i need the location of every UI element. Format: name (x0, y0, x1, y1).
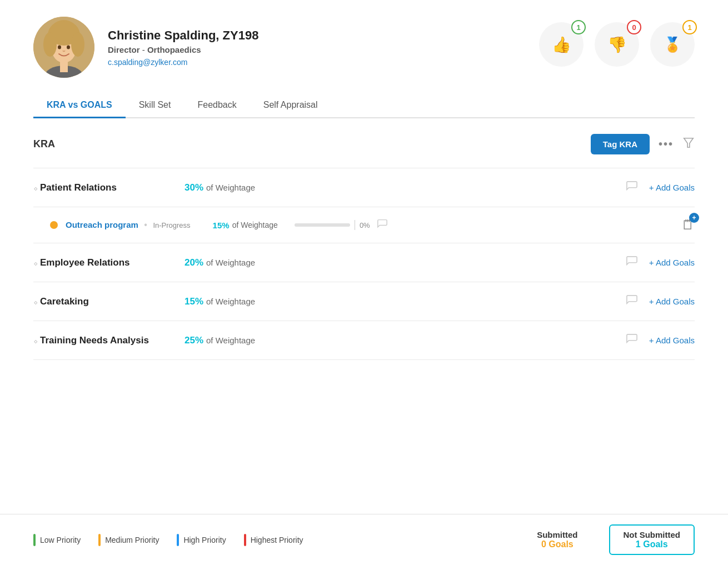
kra-row-employee-relations: ⬦ Employee Relations 20% of Weightage + … (33, 243, 695, 282)
goal-name-wrapper: Outreach program • In-Progress (66, 220, 191, 230)
thumb-down-circle: 👎 0 (595, 22, 639, 67)
user-email[interactable]: c.spalding@zylker.com (108, 58, 258, 67)
kra-list: ⬦ Patient Relations 30% of Weightage + A… (33, 168, 695, 360)
weightage-pct-training-needs: 25% (185, 335, 203, 346)
comment-icon-employee-relations[interactable] (626, 256, 638, 269)
legend-label-low: Low Priority (40, 536, 81, 544)
positive-count: 1 (571, 20, 586, 34)
tab-kra-vs-goals[interactable]: KRA vs GOALS (33, 93, 126, 118)
kra-name-employee-relations: Employee Relations (40, 257, 162, 268)
legend-bar-medium (98, 534, 101, 546)
expand-icon-employee-relations[interactable]: ⬦ (33, 258, 38, 267)
add-goals-button-training-needs[interactable]: + Add Goals (649, 336, 695, 345)
comment-icon-training-needs[interactable] (626, 333, 638, 347)
user-info-section: Christine Spalding, ZY198 Director - Ort… (33, 17, 258, 78)
avatar (33, 17, 94, 78)
svg-point-6 (58, 46, 61, 49)
kra-weightage-employee-relations: 20% of Weightage (185, 257, 307, 268)
goal-status-outreach: In-Progress (153, 221, 190, 229)
add-goals-button-employee-relations[interactable]: + Add Goals (649, 258, 695, 267)
svg-point-5 (71, 32, 84, 57)
svg-marker-10 (684, 138, 694, 148)
goal-weightage-pct-outreach: 15% (213, 221, 230, 230)
thumb-down-icon: 👎 (607, 36, 627, 54)
progress-bar-bg-outreach (295, 223, 350, 227)
plus-badge-outreach: + (689, 213, 699, 223)
more-options-button[interactable]: ••• (659, 138, 674, 151)
negative-feedback-badge: 👎 0 (595, 22, 639, 67)
comment-icon-patient-relations[interactable] (626, 181, 638, 194)
goal-name-outreach[interactable]: Outreach program (66, 220, 138, 229)
legend-label-highest: Highest Priority (251, 536, 303, 544)
expand-icon-training-needs[interactable]: ⬦ (33, 336, 38, 345)
tab-self-appraisal[interactable]: Self Appraisal (250, 93, 331, 118)
award-icon: 🏅 (664, 36, 681, 53)
submitted-box: Submitted 0 Goals (523, 526, 591, 554)
kra-title: KRA (33, 138, 55, 150)
not-submitted-label: Not Submitted (624, 530, 681, 539)
legend-low-priority: Low Priority (33, 534, 81, 546)
page-header: Christine Spalding, ZY198 Director - Ort… (33, 17, 695, 78)
weightage-label-training-needs: of Weightage (206, 336, 255, 345)
goal-dot-outreach (50, 221, 58, 229)
tab-feedback[interactable]: Feedback (184, 93, 250, 118)
kra-name-patient-relations: Patient Relations (40, 182, 162, 193)
tab-skill-set[interactable]: Skill Set (126, 93, 185, 118)
legend-bar-highest (244, 534, 246, 546)
copy-icon-wrapper-outreach: 🗒 + (681, 217, 695, 233)
award-count: 1 (682, 20, 697, 34)
legend-high-priority: High Priority (177, 534, 226, 546)
expand-icon-caretaking[interactable]: ⬦ (33, 297, 38, 306)
kra-weightage-training-needs: 25% of Weightage (185, 335, 307, 346)
kra-section-header: KRA Tag KRA ••• (33, 134, 695, 154)
thumb-up-circle: 👍 1 (539, 22, 584, 67)
filter-button[interactable] (682, 137, 695, 152)
kra-row-patient-relations: ⬦ Patient Relations 30% of Weightage + A… (33, 168, 695, 207)
weightage-pct-patient-relations: 30% (185, 182, 203, 193)
tag-kra-button[interactable]: Tag KRA (591, 134, 650, 154)
comment-icon-outreach[interactable] (377, 219, 388, 232)
kra-actions: Tag KRA ••• (591, 134, 695, 154)
svg-point-7 (67, 46, 70, 49)
user-role: Director - Orthopaedics (108, 45, 258, 54)
goal-weightage-label-outreach: of Weightage (232, 221, 278, 229)
weightage-label-caretaking: of Weightage (206, 297, 255, 306)
weightage-label-employee-relations: of Weightage (206, 258, 255, 267)
add-goals-button-caretaking[interactable]: + Add Goals (649, 297, 695, 306)
legend-highest-priority: Highest Priority (244, 534, 303, 546)
goal-weightage-outreach: 15% of Weightage (213, 221, 278, 230)
award-badge-item: 🏅 1 (650, 22, 695, 67)
negative-count: 0 (627, 20, 641, 34)
thumb-up-icon: 👍 (552, 36, 571, 54)
kra-weightage-caretaking: 15% of Weightage (185, 296, 307, 307)
legend-label-medium: Medium Priority (105, 536, 159, 544)
weightage-label-patient-relations: of Weightage (206, 183, 255, 192)
legend-bar-low (33, 534, 36, 546)
legend-label-high: High Priority (183, 536, 226, 544)
not-submitted-goals-count: 1 Goals (636, 539, 668, 549)
progress-divider-outreach (355, 220, 355, 230)
add-goals-button-patient-relations[interactable]: + Add Goals (649, 183, 695, 192)
award-circle: 🏅 1 (650, 22, 695, 67)
expand-icon-patient-relations[interactable]: ⬦ (33, 183, 38, 192)
comment-icon-caretaking[interactable] (626, 294, 638, 308)
svg-rect-9 (60, 61, 68, 72)
goal-row-outreach-program: Outreach program • In-Progress 15% of We… (33, 207, 695, 243)
kra-row-training-needs: ⬦ Training Needs Analysis 25% of Weighta… (33, 321, 695, 360)
kra-weightage-patient-relations: 30% of Weightage (185, 182, 307, 193)
kra-name-caretaking: Caretaking (40, 296, 162, 307)
progress-pct-outreach: 0% (360, 221, 370, 229)
user-name: Christine Spalding, ZY198 (108, 28, 258, 43)
positive-feedback-badge: 👍 1 (539, 22, 584, 67)
submitted-label: Submitted (537, 530, 577, 539)
tab-bar: KRA vs GOALS Skill Set Feedback Self App… (33, 93, 695, 118)
weightage-pct-employee-relations: 20% (185, 257, 203, 268)
weightage-pct-caretaking: 15% (185, 296, 203, 307)
goal-progress-outreach: 0% (295, 220, 370, 230)
kra-row-caretaking: ⬦ Caretaking 15% of Weightage + Add Goal… (33, 282, 695, 321)
goal-actions-outreach: 🗒 + (681, 217, 695, 233)
kra-name-training-needs: Training Needs Analysis (40, 335, 162, 346)
user-details: Christine Spalding, ZY198 Director - Ort… (108, 28, 258, 67)
svg-point-4 (43, 32, 57, 57)
footer: Low Priority Medium Priority High Priori… (0, 514, 728, 565)
